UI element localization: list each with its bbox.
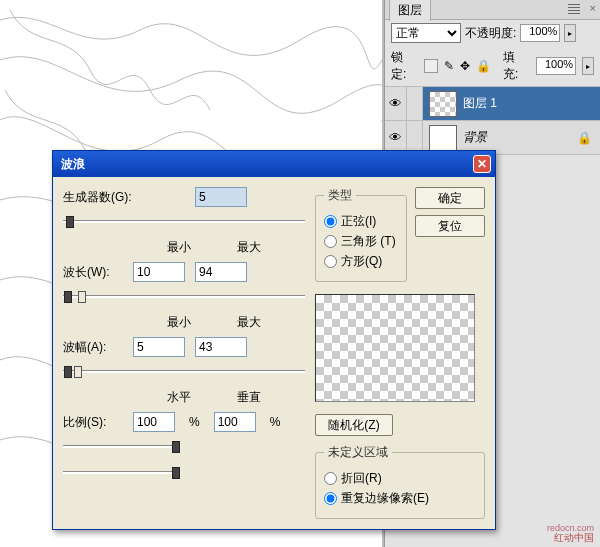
randomize-button[interactable]: 随机化(Z) <box>315 414 393 436</box>
dialog-titlebar[interactable]: 波浪 ✕ <box>53 151 495 177</box>
watermark2: 红动中国 <box>554 531 594 545</box>
scale-v-slider[interactable] <box>63 466 179 480</box>
type-legend: 类型 <box>324 187 356 204</box>
generators-slider[interactable] <box>63 215 305 229</box>
close-icon[interactable]: ✕ <box>473 155 491 173</box>
blend-mode-select[interactable]: 正常 <box>391 23 461 43</box>
undef-wrap-label: 折回(R) <box>341 470 382 487</box>
amplitude-max-input[interactable] <box>195 337 247 357</box>
amplitude-slider[interactable] <box>63 365 305 379</box>
type-square-radio[interactable] <box>324 255 337 268</box>
min-header: 最小 <box>153 239 205 256</box>
layer-thumb[interactable] <box>429 125 457 151</box>
reset-button[interactable]: 复位 <box>415 215 485 237</box>
type-tri-label: 三角形 (T) <box>341 233 396 250</box>
scale-v-input[interactable] <box>214 412 256 432</box>
fill-label: 填充: <box>503 49 530 83</box>
ok-button[interactable]: 确定 <box>415 187 485 209</box>
undef-repeat-label: 重复边缘像索(E) <box>341 490 429 507</box>
panel-menu-icon[interactable] <box>568 4 580 14</box>
layer-name[interactable]: 背景 <box>463 129 577 146</box>
pct: % <box>270 415 281 429</box>
layers-list: 👁 图层 1 👁 背景 🔒 <box>385 87 600 155</box>
vert-header: 垂直 <box>223 389 275 406</box>
undef-wrap-radio[interactable] <box>324 472 337 485</box>
amplitude-label: 波幅(A): <box>63 339 123 356</box>
max-header: 最大 <box>223 314 275 331</box>
generators-input[interactable] <box>195 187 247 207</box>
type-fieldset: 类型 正弦(I) 三角形 (T) 方形(Q) <box>315 187 407 282</box>
max-header: 最大 <box>223 239 275 256</box>
lock-label: 锁定: <box>391 49 418 83</box>
type-sine-radio[interactable] <box>324 215 337 228</box>
undef-legend: 未定义区域 <box>324 444 392 461</box>
type-tri-radio[interactable] <box>324 235 337 248</box>
link-col[interactable] <box>407 87 423 120</box>
opacity-dropdown-icon[interactable]: ▸ <box>564 24 576 42</box>
lock-brush-icon[interactable]: ✎ <box>444 59 454 73</box>
scale-label: 比例(S): <box>63 414 123 431</box>
generators-label: 生成器数(G): <box>63 189 143 206</box>
eye-icon[interactable]: 👁 <box>385 87 407 120</box>
preview-box <box>315 294 475 402</box>
type-sine-label: 正弦(I) <box>341 213 376 230</box>
fill-dropdown-icon[interactable]: ▸ <box>582 57 594 75</box>
min-header: 最小 <box>153 314 205 331</box>
opacity-label: 不透明度: <box>465 25 516 42</box>
panel-tabs: 图层 × <box>385 0 600 20</box>
lock-all-icon[interactable]: 🔒 <box>476 59 491 73</box>
wave-dialog: 波浪 ✕ 生成器数(G): 最小 最大 波长(W): <box>52 150 496 530</box>
undef-fieldset: 未定义区域 折回(R) 重复边缘像索(E) <box>315 444 485 519</box>
lock-move-icon[interactable]: ✥ <box>460 59 470 73</box>
opacity-value[interactable]: 100% <box>520 24 560 42</box>
wavelength-slider[interactable] <box>63 290 305 304</box>
horiz-header: 水平 <box>153 389 205 406</box>
scale-h-slider[interactable] <box>63 440 179 454</box>
amplitude-min-input[interactable] <box>133 337 185 357</box>
wavelength-min-input[interactable] <box>133 262 185 282</box>
layer-name[interactable]: 图层 1 <box>463 95 600 112</box>
fill-value[interactable]: 100% <box>536 57 576 75</box>
wavelength-max-input[interactable] <box>195 262 247 282</box>
dialog-title: 波浪 <box>61 156 85 173</box>
pct: % <box>189 415 200 429</box>
layer-thumb[interactable] <box>429 91 457 117</box>
panel-close-icon[interactable]: × <box>590 2 596 14</box>
wavelength-label: 波长(W): <box>63 264 123 281</box>
undef-repeat-radio[interactable] <box>324 492 337 505</box>
tab-layers[interactable]: 图层 <box>389 0 431 21</box>
type-square-label: 方形(Q) <box>341 253 382 270</box>
lock-transparency-icon[interactable] <box>424 59 438 73</box>
scale-h-input[interactable] <box>133 412 175 432</box>
layer-row[interactable]: 👁 图层 1 <box>385 87 600 121</box>
lock-icon: 🔒 <box>577 131 592 145</box>
